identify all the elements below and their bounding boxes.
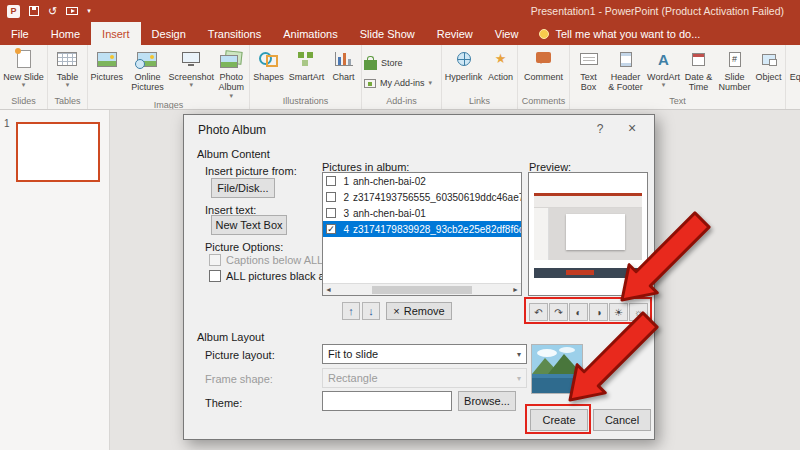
scroll-right-icon[interactable]: ►	[512, 286, 519, 293]
action-label: Action	[488, 72, 513, 82]
screenshot-button[interactable]: Screenshot▾	[169, 47, 213, 89]
tab-insert[interactable]: Insert	[91, 22, 141, 45]
list-item[interactable]: 1 anh-chen-bai-02	[323, 173, 521, 189]
slide-number-button[interactable]: # Slide Number	[716, 47, 754, 94]
file-disk-button[interactable]: File/Disk...	[211, 178, 275, 198]
store-icon	[364, 60, 377, 70]
rotate-left-icon[interactable]: ↶	[529, 303, 548, 321]
brightness-up-icon[interactable]: ☀	[609, 303, 628, 321]
contrast-up-icon[interactable]: ◐	[569, 303, 588, 321]
hyperlink-button[interactable]: Hyperlink	[443, 47, 485, 83]
action-icon: ★	[495, 52, 507, 66]
group-label-addins: Add-ins	[362, 96, 441, 109]
online-pictures-button[interactable]: Online Pictures	[126, 47, 170, 94]
tab-animations[interactable]: Animations	[272, 22, 348, 45]
photo-album-button[interactable]: Photo Album▾	[213, 47, 249, 100]
text-box-button[interactable]: Text Box	[572, 47, 606, 94]
tab-home[interactable]: Home	[40, 22, 91, 45]
my-addins-button[interactable]: My Add-ins ▾	[364, 75, 432, 91]
preview-red-accent	[566, 270, 594, 276]
tell-me-box[interactable]: Tell me what you want to do...	[529, 22, 710, 45]
date-time-button[interactable]: Date & Time	[682, 47, 716, 94]
preview-slide	[566, 214, 625, 250]
comment-button[interactable]: Comment	[522, 47, 565, 83]
date-time-label: Date & Time	[685, 72, 713, 92]
tab-review[interactable]: Review	[426, 22, 484, 45]
album-content-section-label: Album Content	[197, 148, 270, 160]
chevron-down-icon: ▾	[517, 350, 521, 359]
pictures-in-album-list[interactable]: 1 anh-chen-bai-02 2 z3174193756555_60350…	[322, 172, 522, 296]
slide-1-thumbnail[interactable]	[16, 122, 100, 182]
insert-picture-from-label: Insert picture from:	[205, 165, 297, 177]
smartart-button[interactable]: SmartArt	[287, 47, 327, 83]
checkbox-icon[interactable]	[326, 192, 336, 202]
undo-icon[interactable]: ↺	[48, 1, 57, 21]
chart-button[interactable]: Chart	[327, 47, 361, 83]
list-item[interactable]: 2 z3174193756555_60350619ddc46ae77dd6b0	[323, 189, 521, 205]
new-text-box-button[interactable]: New Text Box	[211, 215, 287, 235]
new-slide-button[interactable]: New Slide▾	[1, 47, 46, 89]
checkbox-icon[interactable]	[326, 208, 336, 218]
save-icon[interactable]	[29, 6, 39, 16]
tab-view[interactable]: View	[484, 22, 530, 45]
create-button[interactable]: Create	[530, 409, 588, 431]
dialog-close-icon[interactable]: ×	[624, 120, 640, 136]
shapes-button[interactable]: Shapes	[251, 47, 287, 83]
slide-number-label: Slide Number	[718, 72, 750, 92]
horizontal-scrollbar[interactable]: ◄ ►	[323, 283, 521, 295]
dropdown-icon: ▾	[169, 82, 215, 88]
brightness-down-icon[interactable]: ☼	[629, 303, 648, 321]
move-up-button[interactable]: ↑	[342, 302, 360, 320]
ribbon-group-links: Hyperlink ★ Action Links	[442, 45, 518, 109]
picture-layout-dropdown[interactable]: Fit to slide ▾	[322, 344, 527, 364]
frame-shape-value: Rectangle	[328, 372, 378, 384]
checkbox-icon	[209, 254, 221, 266]
checkbox-checked-icon[interactable]: ✓	[326, 224, 336, 234]
text-box-icon	[580, 53, 598, 65]
equation-button[interactable]: π Equation▾	[788, 47, 800, 89]
cancel-button[interactable]: Cancel	[593, 409, 651, 431]
table-button[interactable]: Table▾	[55, 47, 81, 89]
ribbon-group-illustrations: Shapes SmartArt Chart Illustrations	[250, 45, 362, 109]
chart-label: Chart	[332, 72, 354, 82]
theme-input[interactable]	[322, 391, 452, 411]
scroll-left-icon[interactable]: ◄	[325, 286, 332, 293]
browse-button[interactable]: Browse...	[458, 391, 516, 411]
checkbox-icon[interactable]	[209, 270, 221, 282]
list-item[interactable]: 3 anh-chen-bai-01	[323, 205, 521, 221]
header-footer-button[interactable]: Header & Footer	[606, 47, 646, 94]
theme-preview-image	[531, 344, 583, 394]
wordart-button[interactable]: A WordArt▾	[646, 47, 682, 89]
scrollbar-thumb[interactable]	[372, 286, 472, 294]
picture-options-label: Picture Options:	[205, 241, 283, 253]
ribbon-group-comments: Comment Comments	[518, 45, 570, 109]
picture-name: anh-chen-bai-02	[353, 176, 426, 187]
smartart-icon	[298, 52, 304, 58]
rotate-right-icon[interactable]: ↷	[549, 303, 568, 321]
remove-button[interactable]: × Remove	[386, 302, 452, 320]
store-button[interactable]: Store	[364, 55, 403, 71]
app-icon: P	[7, 5, 20, 18]
tab-slide-show[interactable]: Slide Show	[349, 22, 426, 45]
remove-x-icon: ×	[393, 305, 399, 317]
frame-shape-dropdown: Rectangle ▾	[322, 368, 527, 388]
move-down-button[interactable]: ↓	[362, 302, 380, 320]
dialog-help-icon[interactable]: ?	[592, 122, 608, 136]
hyperlink-label: Hyperlink	[445, 72, 483, 82]
pictures-button[interactable]: Pictures	[88, 47, 126, 83]
date-time-icon	[692, 53, 705, 66]
group-label-text: Text	[570, 96, 785, 109]
contrast-down-icon[interactable]: ◑	[589, 303, 608, 321]
customize-qat-icon[interactable]: ▾	[87, 1, 91, 21]
object-button[interactable]: Object	[754, 47, 784, 83]
tab-transitions[interactable]: Transitions	[197, 22, 272, 45]
start-slideshow-icon[interactable]	[66, 7, 78, 15]
action-button[interactable]: ★ Action	[485, 47, 517, 83]
tell-me-label: Tell me what you want to do...	[555, 28, 700, 40]
preview-thumbnail-column	[534, 208, 549, 260]
tab-file[interactable]: File	[0, 22, 40, 45]
tab-design[interactable]: Design	[141, 22, 197, 45]
list-item-selected[interactable]: ✓ 4 z3174179839928_93cb2e25e82df8f6ce061…	[323, 221, 521, 237]
checkbox-icon[interactable]	[326, 176, 336, 186]
pictures-icon	[97, 52, 117, 67]
